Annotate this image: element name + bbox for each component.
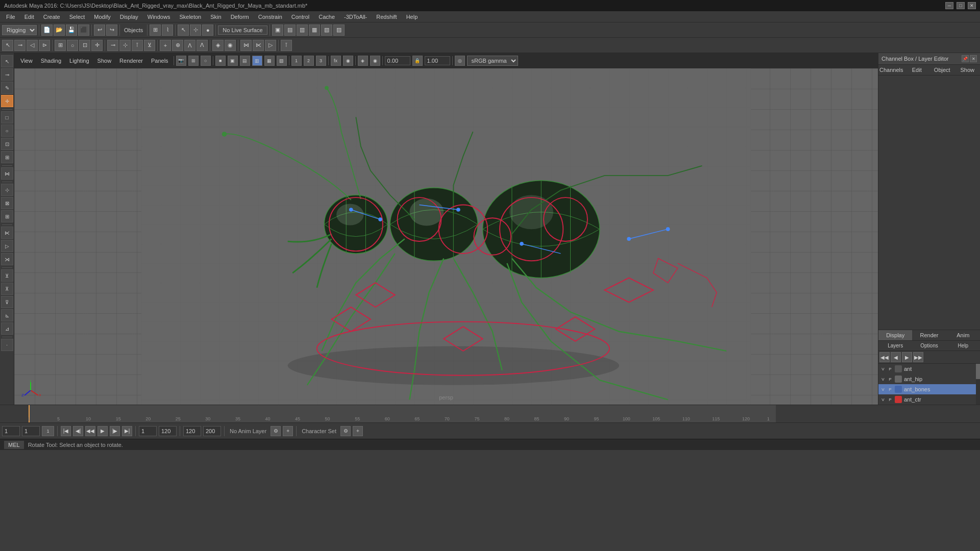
lock-btn[interactable]: 🔒	[412, 56, 423, 66]
maximize-button[interactable]: □	[957, 2, 965, 9]
plus-btn[interactable]: +	[160, 40, 171, 51]
select-lt-btn[interactable]: ↖	[1, 55, 13, 67]
value1-input[interactable]	[385, 56, 410, 65]
shading-menu[interactable]: Shading	[38, 57, 64, 65]
cylinder-lt-btn[interactable]: ⊡	[1, 138, 13, 150]
render4-btn[interactable]: ▦	[309, 24, 320, 36]
range-start-input[interactable]	[139, 426, 157, 436]
menu-edit[interactable]: Edit	[20, 13, 38, 21]
layer-ant[interactable]: V P ant	[878, 364, 976, 374]
view-menu[interactable]: View	[17, 57, 36, 65]
layer-next2-btn[interactable]: ▶▶	[913, 352, 923, 362]
select-tool-btn[interactable]: ↖	[178, 24, 189, 36]
save-as-btn[interactable]: ⬛	[78, 24, 89, 36]
layer-ant-hip[interactable]: V P ant_hip	[878, 374, 976, 384]
menu-constrain[interactable]: Constrain	[254, 13, 286, 21]
scale-obj-btn[interactable]: ⊡	[79, 40, 90, 51]
value2-input[interactable]	[425, 56, 450, 65]
arrow-btn[interactable]: ↖	[2, 40, 13, 51]
mode-selector[interactable]: Rigging	[2, 25, 37, 35]
rig-lt-btn[interactable]: ⋉	[1, 227, 13, 239]
light-btn[interactable]: ◉	[343, 56, 353, 66]
deform1-lt-btn[interactable]: ⋈	[1, 167, 13, 180]
play-fwd-btn[interactable]: ▶	[97, 426, 108, 436]
layer-p-bones[interactable]: P	[888, 387, 893, 392]
resolution1-btn[interactable]: 1	[291, 56, 302, 66]
snap-grid-btn[interactable]: ⊞	[150, 24, 161, 36]
tab-display[interactable]: Display	[878, 330, 912, 340]
close-button[interactable]: ✕	[968, 2, 976, 9]
rig2-btn[interactable]: ⋉	[253, 40, 264, 51]
undo-btn[interactable]: ↩	[94, 24, 105, 36]
menu-windows[interactable]: Windows	[143, 13, 175, 21]
options-tab[interactable]: Options	[912, 341, 946, 350]
misc2-lt-btn[interactable]: ⊼	[1, 283, 13, 295]
lasso-tool-btn[interactable]: ⊹	[190, 24, 201, 36]
lasso2-btn[interactable]: ⊸	[14, 40, 26, 51]
sphere-lt-btn[interactable]: ○	[1, 124, 13, 137]
rig3-btn[interactable]: ▷	[265, 40, 276, 51]
snap3-btn[interactable]: ⊺	[132, 40, 143, 51]
paint-lt-btn[interactable]: ✎	[1, 82, 13, 94]
char-set-btn2[interactable]: +	[353, 426, 363, 436]
menu-help[interactable]: Help	[402, 13, 422, 21]
smooth-btn[interactable]: ○	[201, 56, 211, 66]
menu-file[interactable]: File	[2, 13, 19, 21]
shade5-btn[interactable]: ▦	[264, 56, 275, 66]
render1-btn[interactable]: ▣	[272, 24, 283, 36]
menu-control[interactable]: Control	[287, 13, 313, 21]
misc1-lt-btn[interactable]: ⊻	[1, 269, 13, 282]
play-back-btn[interactable]: ◀◀	[85, 426, 95, 436]
go-end-btn[interactable]: ▶|	[122, 426, 132, 436]
panel-close-btn[interactable]: ✕	[970, 55, 977, 62]
display-lt-btn[interactable]: ⊞	[1, 210, 13, 222]
menu-display[interactable]: Display	[116, 13, 142, 21]
minimize-button[interactable]: ─	[945, 2, 953, 9]
brush-btn[interactable]: ⊳	[39, 40, 50, 51]
save-btn[interactable]: 💾	[66, 24, 77, 36]
new-scene-btn[interactable]: 📄	[41, 24, 53, 36]
tab-show[interactable]: Show	[954, 65, 980, 75]
layer-v-hip[interactable]: V	[880, 377, 886, 382]
layer-ant-ctr[interactable]: V P ant_ctr	[878, 394, 976, 405]
cam-btn[interactable]: 📷	[176, 56, 186, 66]
layer-v-bones[interactable]: V	[880, 387, 886, 392]
timeline-ruler[interactable]: 1 5 10 15 20 25 30 35 40 45 50 55 60 65 …	[29, 405, 776, 422]
render6-btn[interactable]: ▨	[333, 24, 345, 36]
display1-btn[interactable]: ◈	[212, 40, 224, 51]
renderer-menu[interactable]: Renderer	[116, 57, 146, 65]
layer-ant-bones[interactable]: V P ant_bones	[878, 384, 976, 394]
menu-modify[interactable]: Modify	[90, 13, 114, 21]
menu-redshift[interactable]: Redshift	[372, 13, 401, 21]
menu-skeleton[interactable]: Skeleton	[175, 13, 205, 21]
display2-btn[interactable]: ◉	[225, 40, 236, 51]
snap1-btn[interactable]: ⊸	[107, 40, 118, 51]
misc4-lt-btn[interactable]: ⊾	[1, 309, 13, 321]
snap-lt-btn[interactable]: ⊹	[1, 184, 13, 196]
layers-scrollbar-thumb[interactable]	[976, 364, 980, 379]
redo-btn[interactable]: ↪	[106, 24, 117, 36]
start-frame-input[interactable]	[22, 426, 40, 436]
char-set-btn1[interactable]: ⚙	[340, 426, 351, 436]
panel-pin-btn[interactable]: 📌	[962, 55, 969, 62]
layer-p-ant[interactable]: P	[888, 366, 893, 371]
xform2-btn[interactable]: Ʌ	[197, 40, 208, 51]
render-lt-btn[interactable]: ⋊	[1, 253, 13, 265]
render3-btn[interactable]: ▥	[297, 24, 308, 36]
layer-v-ctr[interactable]: V	[880, 397, 886, 402]
eye-btn[interactable]: ◎	[455, 56, 465, 66]
current-frame-input[interactable]	[2, 426, 20, 436]
menu-cache[interactable]: Cache	[314, 13, 339, 21]
layers-scrollbar[interactable]	[976, 364, 980, 405]
help-tab[interactable]: Help	[946, 341, 980, 350]
grid-lt-btn[interactable]: ⊠	[1, 197, 13, 209]
paint2-btn[interactable]: ◁	[27, 40, 38, 51]
range-end3-input[interactable]	[203, 426, 221, 436]
tab-edit[interactable]: Edit	[904, 65, 929, 75]
tab-object[interactable]: Object	[929, 65, 955, 75]
fx-btn[interactable]: fx	[331, 56, 341, 66]
render5-btn[interactable]: ▧	[321, 24, 332, 36]
mel-label[interactable]: MEL	[4, 441, 24, 449]
menu-skin[interactable]: Skin	[206, 13, 225, 21]
extra-lt-btn[interactable]: ⋅	[1, 339, 13, 351]
